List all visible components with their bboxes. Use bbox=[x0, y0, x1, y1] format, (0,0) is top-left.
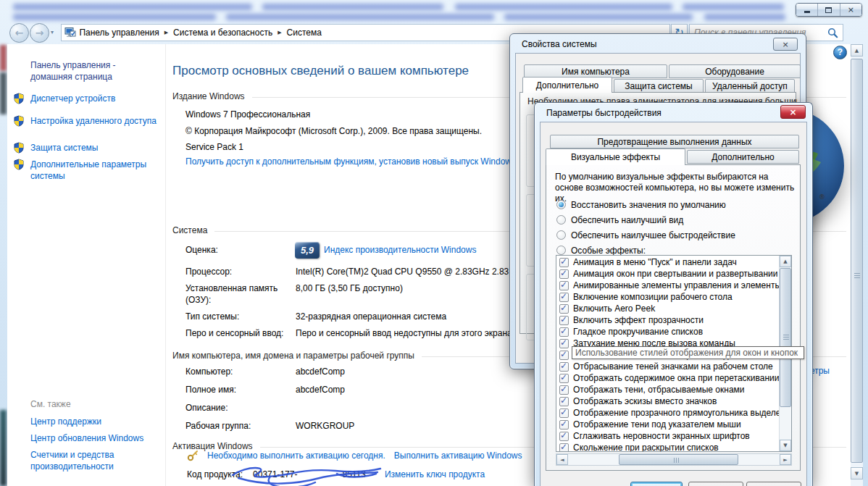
checkbox-checked-icon[interactable]: ✓ bbox=[559, 409, 569, 418]
ok-button[interactable] bbox=[630, 482, 683, 486]
blurred-background-text bbox=[226, 14, 494, 20]
sidebar-item-action-center[interactable]: Центр поддержки bbox=[30, 416, 159, 427]
close-button[interactable]: × bbox=[773, 38, 798, 51]
tab[interactable]: Дополнительно bbox=[687, 150, 799, 164]
tab-page-visual-effects: По умолчанию визуальные эффекты выбирают… bbox=[546, 164, 801, 471]
sidebar-item-system-protection[interactable]: Защита системы bbox=[30, 142, 159, 154]
sidebar-item-device-manager[interactable]: Диспетчер устройств bbox=[30, 93, 159, 104]
scroll-left-button[interactable]: ◄ bbox=[556, 454, 568, 465]
background-window-edge bbox=[0, 45, 7, 71]
blurred-background-text bbox=[13, 14, 216, 20]
activate-windows-link[interactable]: Выполнить активацию Windows bbox=[394, 451, 522, 461]
effect-item[interactable]: ✓ Отображение тени под указателем мыши bbox=[556, 419, 779, 430]
tab-data-execution-prevention[interactable]: Предотвращение выполнения данных bbox=[550, 135, 799, 148]
scrollbar-thumb[interactable] bbox=[619, 454, 738, 465]
checkbox-checked-icon[interactable]: ✓ bbox=[559, 258, 569, 267]
effect-item[interactable]: ✓ Анимация в меню "Пуск" и панели задач bbox=[556, 256, 779, 268]
scrollbar-thumb[interactable] bbox=[851, 59, 863, 463]
background-window-edge bbox=[0, 72, 7, 114]
sidebar-item-performance-tools[interactable]: Счетчики и средства производительности bbox=[30, 449, 159, 472]
scroll-up-button[interactable]: ▲ bbox=[780, 256, 791, 267]
radio-button-icon[interactable] bbox=[556, 230, 566, 240]
performance-score-badge: 5,9 bbox=[295, 242, 320, 259]
checkbox-checked-icon[interactable]: ✓ bbox=[559, 304, 569, 314]
tab[interactable]: Оборудование bbox=[669, 64, 801, 78]
radio-button-icon[interactable] bbox=[556, 200, 566, 209]
breadcrumb-item[interactable]: ▶ Система bbox=[272, 25, 322, 41]
radio-option[interactable]: Обеспечить наилучшее быстродействие bbox=[556, 227, 735, 243]
checkbox-checked-icon[interactable]: ✓ bbox=[559, 293, 569, 302]
radio-option[interactable]: Восстановить значения по умолчанию bbox=[556, 197, 735, 212]
effect-item[interactable]: ✓ Анимация окон при свертывании и развер… bbox=[556, 268, 779, 280]
list-horizontal-scrollbar[interactable]: ◄ ► bbox=[556, 453, 792, 466]
apply-button[interactable] bbox=[746, 482, 801, 486]
close-button[interactable]: × bbox=[840, 4, 861, 16]
performance-index-link[interactable]: Индекс производительности Windows bbox=[324, 245, 476, 255]
blurred-background-text bbox=[683, 4, 784, 10]
minimize-button[interactable] bbox=[796, 4, 818, 16]
checkbox-checked-icon[interactable]: ✓ bbox=[559, 443, 569, 452]
effect-item-tooltip: Использование стилей отображения для око… bbox=[572, 346, 804, 359]
forward-button[interactable]: → bbox=[30, 23, 49, 43]
effect-item[interactable]: ✓ Отбрасывание теней значками на рабочем… bbox=[556, 361, 779, 372]
effect-item[interactable]: ✓ Включить эффект прозрачности bbox=[556, 314, 779, 326]
checkbox-checked-icon[interactable]: ✓ bbox=[559, 269, 569, 279]
activation-status-text: Необходимо выполнить активацию сегодня. bbox=[207, 451, 385, 461]
tab[interactable]: Визуальные эффекты bbox=[546, 148, 685, 165]
scroll-right-button[interactable]: ► bbox=[780, 454, 791, 465]
effect-item[interactable]: ✓ Включить Aero Peek bbox=[556, 303, 779, 314]
back-button[interactable]: ← bbox=[9, 23, 29, 43]
sidebar-item-remote-settings[interactable]: Настройка удаленного доступа bbox=[30, 115, 159, 127]
radio-button-icon[interactable] bbox=[556, 215, 566, 225]
effect-item[interactable]: ✓ Отображение прозрачного прямоугольника… bbox=[556, 407, 779, 419]
recent-pages-dropdown-icon[interactable]: ▾ bbox=[51, 29, 54, 35]
tab[interactable]: Защита системы bbox=[614, 79, 704, 93]
help-button[interactable]: ? bbox=[833, 46, 847, 59]
radio-option[interactable]: Обеспечить наилучший вид bbox=[556, 212, 735, 227]
tab[interactable]: Дополнительно bbox=[522, 77, 612, 93]
effect-item[interactable]: ✓ Включение композиции рабочего стола bbox=[556, 291, 779, 303]
scrollbar-thumb[interactable] bbox=[780, 268, 791, 407]
dialog-title: Свойства системы bbox=[522, 39, 597, 49]
scroll-down-button[interactable]: ▼ bbox=[851, 467, 863, 479]
key-icon bbox=[187, 449, 199, 461]
scroll-down-button[interactable]: ▼ bbox=[780, 440, 791, 451]
effect-item[interactable]: ✓ Анимированные элементы управления и эл… bbox=[556, 280, 779, 291]
effect-item[interactable]: ✓ Сглаживать неровности экранных шрифтов bbox=[556, 430, 779, 442]
effect-item[interactable]: ✓ Отображать тени, отбрасываемые окнами bbox=[556, 384, 779, 395]
sidebar-item-advanced-settings[interactable]: Дополнительные параметры системы bbox=[30, 159, 159, 182]
minimize-icon bbox=[804, 11, 810, 13]
checkbox-checked-icon[interactable]: ✓ bbox=[559, 316, 569, 325]
checkbox-checked-icon[interactable]: ✓ bbox=[559, 281, 569, 290]
checkbox-checked-icon[interactable]: ✓ bbox=[559, 374, 569, 383]
effect-item[interactable]: ✓ Отображать эскизы вместо значков bbox=[556, 395, 779, 407]
breadcrumb-item[interactable]: ▶ Панель управления bbox=[65, 25, 159, 41]
tab-row-lower: ДополнительноЗащита системыУдаленный дос… bbox=[522, 78, 801, 93]
maximize-button[interactable] bbox=[818, 4, 840, 16]
radio-button-icon[interactable] bbox=[556, 246, 566, 255]
checkbox-checked-icon[interactable]: ✓ bbox=[559, 385, 569, 395]
sidebar-item-windows-update[interactable]: Центр обновления Windows bbox=[30, 432, 159, 444]
see-also-header: См. также bbox=[30, 399, 71, 409]
uac-shield-icon bbox=[13, 115, 25, 130]
page-title: Просмотр основных сведений о вашем компь… bbox=[172, 64, 469, 78]
checkbox-checked-icon[interactable]: ✓ bbox=[559, 432, 569, 441]
checkbox-checked-icon[interactable]: ✓ bbox=[559, 339, 569, 348]
cancel-button[interactable] bbox=[688, 482, 743, 486]
checkbox-checked-icon[interactable]: ✓ bbox=[559, 397, 569, 406]
checkbox-checked-icon[interactable]: ✓ bbox=[559, 351, 569, 360]
effect-item[interactable]: ✓ Гладкое прокручивание списков bbox=[556, 326, 779, 338]
change-product-key-link[interactable]: Изменить ключ продукта bbox=[385, 469, 485, 479]
scroll-up-button[interactable]: ▲ bbox=[851, 44, 863, 56]
close-button[interactable]: × bbox=[780, 105, 806, 119]
explorer-scrollbar[interactable]: ▲ ▼ bbox=[851, 44, 863, 486]
sidebar-item-control-panel-home[interactable]: Панель управления - домашняя страница bbox=[30, 59, 159, 83]
checkbox-checked-icon[interactable]: ✓ bbox=[559, 362, 569, 372]
breadcrumb-item[interactable]: ▶ Система и безопасность bbox=[159, 25, 273, 41]
checkbox-checked-icon[interactable]: ✓ bbox=[559, 420, 569, 430]
tab[interactable]: Удаленный доступ bbox=[705, 79, 795, 93]
help-icon: ? bbox=[838, 47, 843, 57]
checkbox-checked-icon[interactable]: ✓ bbox=[559, 327, 569, 337]
effect-item[interactable]: ✓ Скольжение при раскрытии списков bbox=[556, 442, 779, 451]
effect-item[interactable]: ✓ Отображать содержимое окна при перетас… bbox=[556, 372, 779, 384]
